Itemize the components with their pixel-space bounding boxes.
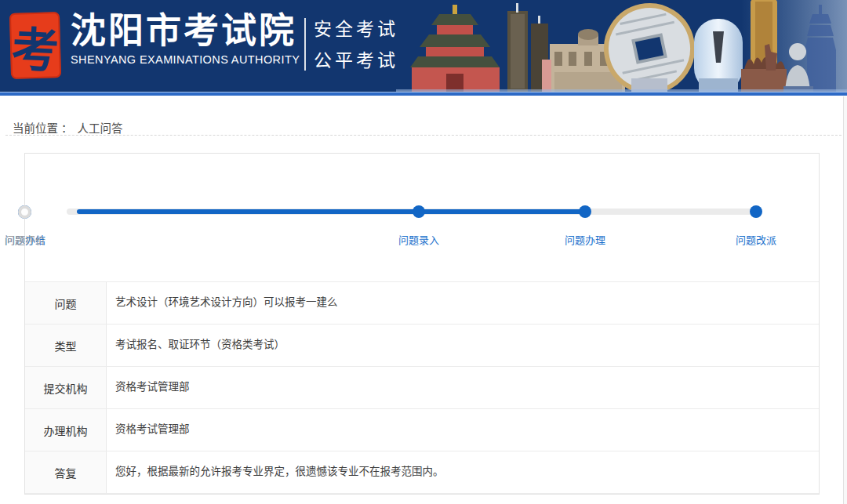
breadcrumb: 当前位置 ：人工问答	[0, 96, 847, 135]
row-label: 答复	[25, 451, 107, 493]
table-row-question: 问题 艺术设计（环境艺术设计方向）可以报考一建么	[25, 282, 819, 325]
city-landmarks-image	[396, 0, 847, 92]
stepper-track-completed	[77, 209, 585, 214]
step-label: 问题评价	[0, 232, 72, 247]
breadcrumb-prefix: 当前位置 ：	[13, 122, 73, 135]
row-label: 问题	[25, 282, 107, 324]
row-label: 类型	[25, 325, 107, 366]
qa-detail-panel: 问题录入 问题办理 问题改派 问题办结 问题评价 问题 艺术设计（环境艺术设计方…	[24, 153, 820, 495]
slogan-line-1: 安全考试	[314, 13, 398, 45]
breadcrumb-current-page: 人工问答	[78, 122, 123, 135]
header-vertical-divider	[304, 18, 306, 71]
step-label: 问题办理	[538, 232, 632, 247]
org-name-english: SHENYANG EXAMINATIONS AUTHORITY	[71, 53, 300, 66]
step-label: 问题改派	[709, 232, 803, 247]
table-row-handling-org: 办理机构 资格考试管理部	[25, 409, 819, 451]
row-value: 考试报名、取证环节（资格类考试）	[107, 325, 819, 366]
org-name-chinese: 沈阳市考试院	[71, 11, 300, 52]
exam-seal-logo-icon[interactable]: 考	[9, 12, 61, 79]
site-title-block[interactable]: 沈阳市考试院 SHENYANG EXAMINATIONS AUTHORITY	[71, 11, 300, 66]
table-row-type: 类型 考试报名、取证环节（资格类考试）	[25, 325, 819, 367]
table-row-submitting-org: 提交机构 资格考试管理部	[25, 367, 819, 409]
row-value: 您好，根据最新的允许报考专业界定，很遗憾该专业不在报考范围内。	[107, 451, 819, 493]
step-dot-icon	[413, 205, 425, 218]
slogan-block: 安全考试 公平考试	[314, 13, 398, 76]
row-value: 艺术设计（环境艺术设计方向）可以报考一建么	[107, 282, 819, 324]
site-header: 考 沈阳市考试院 SHENYANG EXAMINATIONS AUTHORITY…	[0, 0, 847, 92]
slogan-line-2: 公平考试	[314, 45, 398, 76]
row-value: 资格考试管理部	[107, 409, 819, 451]
page-scrollbar[interactable]	[843, 96, 847, 504]
row-value: 资格考试管理部	[107, 367, 819, 408]
step-dot-icon	[18, 205, 31, 219]
row-label: 办理机构	[25, 409, 107, 451]
seal-character: 考	[10, 10, 60, 81]
table-row-reply: 答复 您好，根据最新的允许报考专业界定，很遗憾该专业不在报考范围内。	[25, 451, 819, 494]
dashed-divider	[5, 135, 842, 136]
row-label: 提交机构	[25, 367, 107, 408]
step-dot-icon	[579, 205, 591, 218]
progress-stepper: 问题录入 问题办理 问题改派 问题办结 问题评价	[25, 154, 819, 282]
step-dot-icon	[750, 205, 762, 218]
step-label: 问题录入	[372, 232, 466, 247]
